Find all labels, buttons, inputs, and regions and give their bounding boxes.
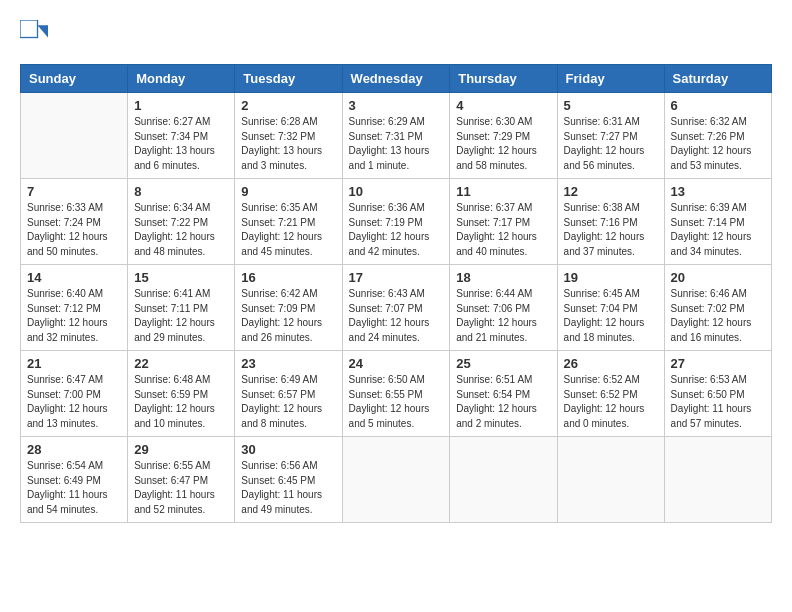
calendar-cell: 8Sunrise: 6:34 AM Sunset: 7:22 PM Daylig… bbox=[128, 179, 235, 265]
day-number: 26 bbox=[564, 356, 658, 371]
calendar-cell: 1Sunrise: 6:27 AM Sunset: 7:34 PM Daylig… bbox=[128, 93, 235, 179]
day-number: 20 bbox=[671, 270, 765, 285]
day-info: Sunrise: 6:43 AM Sunset: 7:07 PM Dayligh… bbox=[349, 287, 444, 345]
day-number: 19 bbox=[564, 270, 658, 285]
calendar-table: SundayMondayTuesdayWednesdayThursdayFrid… bbox=[20, 64, 772, 523]
day-number: 11 bbox=[456, 184, 550, 199]
weekday-header-sunday: Sunday bbox=[21, 65, 128, 93]
day-info: Sunrise: 6:53 AM Sunset: 6:50 PM Dayligh… bbox=[671, 373, 765, 431]
day-number: 7 bbox=[27, 184, 121, 199]
svg-rect-2 bbox=[20, 20, 38, 38]
calendar-cell: 13Sunrise: 6:39 AM Sunset: 7:14 PM Dayli… bbox=[664, 179, 771, 265]
calendar-week-4: 21Sunrise: 6:47 AM Sunset: 7:00 PM Dayli… bbox=[21, 351, 772, 437]
calendar-cell: 24Sunrise: 6:50 AM Sunset: 6:55 PM Dayli… bbox=[342, 351, 450, 437]
calendar-cell: 7Sunrise: 6:33 AM Sunset: 7:24 PM Daylig… bbox=[21, 179, 128, 265]
calendar-cell: 25Sunrise: 6:51 AM Sunset: 6:54 PM Dayli… bbox=[450, 351, 557, 437]
day-number: 8 bbox=[134, 184, 228, 199]
day-number: 4 bbox=[456, 98, 550, 113]
day-number: 13 bbox=[671, 184, 765, 199]
day-info: Sunrise: 6:45 AM Sunset: 7:04 PM Dayligh… bbox=[564, 287, 658, 345]
calendar-cell: 15Sunrise: 6:41 AM Sunset: 7:11 PM Dayli… bbox=[128, 265, 235, 351]
calendar-cell: 9Sunrise: 6:35 AM Sunset: 7:21 PM Daylig… bbox=[235, 179, 342, 265]
day-info: Sunrise: 6:38 AM Sunset: 7:16 PM Dayligh… bbox=[564, 201, 658, 259]
day-number: 14 bbox=[27, 270, 121, 285]
calendar-cell: 21Sunrise: 6:47 AM Sunset: 7:00 PM Dayli… bbox=[21, 351, 128, 437]
calendar-cell: 14Sunrise: 6:40 AM Sunset: 7:12 PM Dayli… bbox=[21, 265, 128, 351]
calendar-cell: 6Sunrise: 6:32 AM Sunset: 7:26 PM Daylig… bbox=[664, 93, 771, 179]
day-info: Sunrise: 6:37 AM Sunset: 7:17 PM Dayligh… bbox=[456, 201, 550, 259]
weekday-header-thursday: Thursday bbox=[450, 65, 557, 93]
day-info: Sunrise: 6:32 AM Sunset: 7:26 PM Dayligh… bbox=[671, 115, 765, 173]
day-info: Sunrise: 6:35 AM Sunset: 7:21 PM Dayligh… bbox=[241, 201, 335, 259]
calendar-cell bbox=[664, 437, 771, 523]
calendar-cell: 10Sunrise: 6:36 AM Sunset: 7:19 PM Dayli… bbox=[342, 179, 450, 265]
day-number: 2 bbox=[241, 98, 335, 113]
day-info: Sunrise: 6:50 AM Sunset: 6:55 PM Dayligh… bbox=[349, 373, 444, 431]
day-number: 16 bbox=[241, 270, 335, 285]
page-header bbox=[20, 20, 772, 48]
day-number: 27 bbox=[671, 356, 765, 371]
calendar-cell: 3Sunrise: 6:29 AM Sunset: 7:31 PM Daylig… bbox=[342, 93, 450, 179]
calendar-cell: 27Sunrise: 6:53 AM Sunset: 6:50 PM Dayli… bbox=[664, 351, 771, 437]
day-info: Sunrise: 6:52 AM Sunset: 6:52 PM Dayligh… bbox=[564, 373, 658, 431]
weekday-header-tuesday: Tuesday bbox=[235, 65, 342, 93]
weekday-header-friday: Friday bbox=[557, 65, 664, 93]
weekday-header-wednesday: Wednesday bbox=[342, 65, 450, 93]
day-number: 1 bbox=[134, 98, 228, 113]
day-info: Sunrise: 6:34 AM Sunset: 7:22 PM Dayligh… bbox=[134, 201, 228, 259]
day-info: Sunrise: 6:27 AM Sunset: 7:34 PM Dayligh… bbox=[134, 115, 228, 173]
calendar-cell: 19Sunrise: 6:45 AM Sunset: 7:04 PM Dayli… bbox=[557, 265, 664, 351]
day-number: 5 bbox=[564, 98, 658, 113]
day-info: Sunrise: 6:55 AM Sunset: 6:47 PM Dayligh… bbox=[134, 459, 228, 517]
calendar-cell: 17Sunrise: 6:43 AM Sunset: 7:07 PM Dayli… bbox=[342, 265, 450, 351]
calendar-cell bbox=[557, 437, 664, 523]
day-number: 25 bbox=[456, 356, 550, 371]
day-info: Sunrise: 6:44 AM Sunset: 7:06 PM Dayligh… bbox=[456, 287, 550, 345]
day-info: Sunrise: 6:49 AM Sunset: 6:57 PM Dayligh… bbox=[241, 373, 335, 431]
day-info: Sunrise: 6:54 AM Sunset: 6:49 PM Dayligh… bbox=[27, 459, 121, 517]
day-info: Sunrise: 6:48 AM Sunset: 6:59 PM Dayligh… bbox=[134, 373, 228, 431]
day-number: 28 bbox=[27, 442, 121, 457]
day-info: Sunrise: 6:39 AM Sunset: 7:14 PM Dayligh… bbox=[671, 201, 765, 259]
day-number: 29 bbox=[134, 442, 228, 457]
calendar-week-5: 28Sunrise: 6:54 AM Sunset: 6:49 PM Dayli… bbox=[21, 437, 772, 523]
calendar-cell: 18Sunrise: 6:44 AM Sunset: 7:06 PM Dayli… bbox=[450, 265, 557, 351]
day-info: Sunrise: 6:42 AM Sunset: 7:09 PM Dayligh… bbox=[241, 287, 335, 345]
day-info: Sunrise: 6:31 AM Sunset: 7:27 PM Dayligh… bbox=[564, 115, 658, 173]
calendar-cell: 28Sunrise: 6:54 AM Sunset: 6:49 PM Dayli… bbox=[21, 437, 128, 523]
day-number: 6 bbox=[671, 98, 765, 113]
day-number: 17 bbox=[349, 270, 444, 285]
calendar-cell: 2Sunrise: 6:28 AM Sunset: 7:32 PM Daylig… bbox=[235, 93, 342, 179]
day-number: 12 bbox=[564, 184, 658, 199]
calendar-week-2: 7Sunrise: 6:33 AM Sunset: 7:24 PM Daylig… bbox=[21, 179, 772, 265]
day-info: Sunrise: 6:46 AM Sunset: 7:02 PM Dayligh… bbox=[671, 287, 765, 345]
day-info: Sunrise: 6:30 AM Sunset: 7:29 PM Dayligh… bbox=[456, 115, 550, 173]
calendar-cell bbox=[450, 437, 557, 523]
day-number: 23 bbox=[241, 356, 335, 371]
calendar-cell: 20Sunrise: 6:46 AM Sunset: 7:02 PM Dayli… bbox=[664, 265, 771, 351]
logo-icon bbox=[20, 20, 48, 48]
logo bbox=[20, 20, 52, 48]
calendar-cell: 5Sunrise: 6:31 AM Sunset: 7:27 PM Daylig… bbox=[557, 93, 664, 179]
day-number: 10 bbox=[349, 184, 444, 199]
day-number: 9 bbox=[241, 184, 335, 199]
calendar-cell: 26Sunrise: 6:52 AM Sunset: 6:52 PM Dayli… bbox=[557, 351, 664, 437]
calendar-week-1: 1Sunrise: 6:27 AM Sunset: 7:34 PM Daylig… bbox=[21, 93, 772, 179]
calendar-header-row: SundayMondayTuesdayWednesdayThursdayFrid… bbox=[21, 65, 772, 93]
day-info: Sunrise: 6:28 AM Sunset: 7:32 PM Dayligh… bbox=[241, 115, 335, 173]
day-number: 21 bbox=[27, 356, 121, 371]
calendar-cell: 11Sunrise: 6:37 AM Sunset: 7:17 PM Dayli… bbox=[450, 179, 557, 265]
calendar-cell: 4Sunrise: 6:30 AM Sunset: 7:29 PM Daylig… bbox=[450, 93, 557, 179]
day-info: Sunrise: 6:36 AM Sunset: 7:19 PM Dayligh… bbox=[349, 201, 444, 259]
calendar-cell: 30Sunrise: 6:56 AM Sunset: 6:45 PM Dayli… bbox=[235, 437, 342, 523]
day-info: Sunrise: 6:40 AM Sunset: 7:12 PM Dayligh… bbox=[27, 287, 121, 345]
day-number: 15 bbox=[134, 270, 228, 285]
day-number: 3 bbox=[349, 98, 444, 113]
day-info: Sunrise: 6:56 AM Sunset: 6:45 PM Dayligh… bbox=[241, 459, 335, 517]
day-number: 24 bbox=[349, 356, 444, 371]
day-number: 30 bbox=[241, 442, 335, 457]
calendar-cell bbox=[342, 437, 450, 523]
day-info: Sunrise: 6:33 AM Sunset: 7:24 PM Dayligh… bbox=[27, 201, 121, 259]
day-info: Sunrise: 6:47 AM Sunset: 7:00 PM Dayligh… bbox=[27, 373, 121, 431]
weekday-header-monday: Monday bbox=[128, 65, 235, 93]
